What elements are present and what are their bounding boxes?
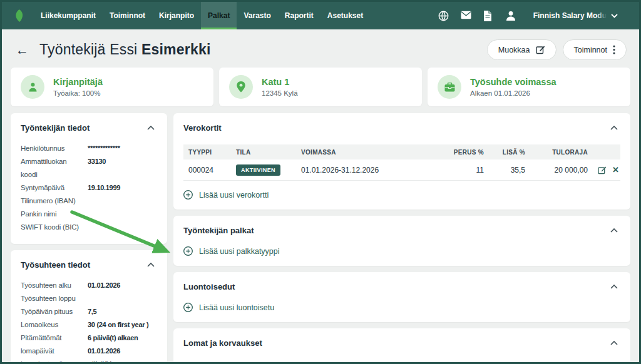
table-header-row: TYYPPI TILA VOIMASSA PERUS % LISÄ % TULO… [183, 144, 620, 159]
row-edit-icon[interactable] [598, 166, 607, 174]
table-row: 000024 AKTIIVINEN 01.01.2026-31.12.2026 … [183, 159, 620, 181]
info-row: Työsuhteen alku 01.01.2026 [21, 279, 157, 292]
info-label: Työsuhteen loppu [21, 292, 85, 305]
info-row: Syntymäpäivä 19.10.1999 [21, 181, 157, 195]
chevron-down-icon [611, 14, 618, 18]
tax-cards-section: Verokortit TYYPPI TILA VOIMASSA PERUS % … [173, 113, 630, 210]
tax-card-validity: 01.01.2026-31.12.2026 [301, 166, 439, 174]
location-pin-icon [229, 75, 253, 99]
info-label: SWIFT koodi (BIC) [21, 221, 85, 234]
actions-button[interactable]: Toiminnot [563, 39, 627, 60]
info-value: 7,5 [88, 305, 157, 318]
sidebar: Työntekijän tiedot Henkilötunnus *******… [11, 113, 167, 364]
collapse-chevron-up-icon[interactable] [608, 226, 620, 235]
summary-card-title: Työsuhde voimassa [470, 77, 556, 87]
holidays-section: Lomat ja korvaukset [173, 328, 630, 364]
column-header-tila: TILA [236, 149, 301, 156]
info-value: 01.01.2026 [88, 279, 157, 292]
collapse-chevron-up-icon[interactable] [145, 261, 157, 270]
tax-cards-title: Verokortit [183, 123, 222, 133]
info-row: Työpäivän pituus 7,5 [21, 305, 157, 318]
row-delete-icon[interactable]: ✕ [612, 166, 619, 174]
add-benefit-label: Lisää uusi luontoisetu [199, 303, 274, 312]
column-header-tuloraja: TULORAJA [525, 149, 588, 156]
status-badge: AKTIIVINEN [236, 164, 280, 176]
top-nav: Liikekumppanit Toiminnot Kirjanpito Palk… [2, 2, 639, 29]
collapse-chevron-up-icon[interactable] [608, 283, 620, 291]
info-value: 6 päivä(t) alkaen 01.01.2026 [88, 331, 157, 358]
nav-item-asetukset[interactable]: Asetukset [320, 2, 370, 29]
salary-section: Työntekijän palkat Lisää uusi palkkatyyp… [173, 216, 630, 266]
summary-card-role: Kirjanpitäjä Työaika: 100% [11, 68, 213, 106]
benefits-section-title: Luontoisedut [183, 282, 235, 291]
summary-card-title: Kirjanpitäjä [53, 77, 103, 87]
nav-menu: Liikekumppanit Toiminnot Kirjanpito Palk… [34, 2, 370, 29]
collapse-chevron-up-icon[interactable] [608, 339, 620, 348]
kebab-menu-icon [613, 45, 615, 54]
page-header: ← Työntekijä Essi Esimerkki Muokkaa Toim… [2, 29, 639, 67]
tax-card-extra-pct: 35,5 [484, 166, 525, 174]
document-icon[interactable] [483, 11, 494, 21]
summary-card-address: Katu 1 12345 Kylä [219, 68, 422, 106]
info-label: Ammattiluokan koodi [21, 155, 85, 181]
add-tax-card-label: Lisää uusi verokortti [199, 191, 269, 200]
tax-card-type: 000024 [183, 166, 236, 174]
column-header-tyyppi: TYYPPI [183, 149, 236, 156]
tax-card-status: AKTIIVINEN [236, 164, 301, 176]
collapse-chevron-up-icon[interactable] [145, 124, 157, 133]
page-title-prefix: Työntekijä Essi [39, 41, 141, 58]
info-row-clipped: Lomakertymä päivä/kk [21, 358, 157, 363]
info-value [88, 221, 157, 234]
nav-item-varasto[interactable]: Varasto [237, 2, 277, 29]
plus-circle-icon [183, 246, 193, 256]
nav-item-palkat-active[interactable]: Palkat [201, 2, 237, 29]
employee-info-title: Työntekijän tiedot [21, 123, 90, 133]
page-title-name: Esimerkki [141, 41, 211, 58]
summary-cards-row: Kirjanpitäjä Työaika: 100% Katu 1 12345 … [2, 68, 639, 106]
nav-item-liikekumppanit[interactable]: Liikekumppanit [34, 2, 103, 29]
info-value: ************* [88, 142, 157, 155]
back-arrow[interactable]: ← [16, 43, 29, 56]
add-salary-type-label: Lisää uusi palkkatyyppi [199, 247, 280, 256]
info-row: SWIFT koodi (BIC) [21, 221, 157, 234]
info-label: Henkilötunnus [21, 142, 85, 155]
nav-item-kirjanpito[interactable]: Kirjanpito [152, 2, 201, 29]
info-row: Työsuhteen loppu [21, 292, 157, 305]
plus-circle-icon [183, 190, 193, 200]
tax-cards-table: TYYPPI TILA VOIMASSA PERUS % LISÄ % TULO… [183, 144, 620, 181]
salary-section-title: Työntekijän palkat [183, 226, 254, 235]
globe-icon[interactable] [438, 11, 449, 21]
nav-item-raportit[interactable]: Raportit [278, 2, 320, 29]
info-row: Pitämättömät lomapäivät 6 päivä(t) alkae… [21, 331, 157, 358]
collapse-chevron-up-icon[interactable] [608, 124, 620, 133]
edit-button-label: Muokkaa [498, 46, 530, 54]
content-area: Työntekijän tiedot Henkilötunnus *******… [2, 106, 639, 364]
actions-button-label: Toiminnot [574, 46, 608, 54]
info-row: Pankin nimi [21, 208, 157, 221]
nav-item-toiminnot[interactable]: Toiminnot [103, 2, 152, 29]
holidays-section-title: Lomat ja korvaukset [183, 338, 262, 348]
employee-info-card: Työntekijän tiedot Henkilötunnus *******… [11, 113, 167, 244]
info-label: Lomakertymä [21, 358, 85, 363]
add-tax-card-link[interactable]: Lisää uusi verokortti [183, 190, 620, 200]
user-icon[interactable] [506, 11, 516, 21]
add-benefit-link[interactable]: Lisää uusi luontoisetu [183, 303, 620, 312]
add-salary-type-link[interactable]: Lisää uusi palkkatyyppi [183, 246, 620, 256]
summary-card-title: Katu 1 [262, 77, 298, 87]
edit-button[interactable]: Muokkaa [487, 39, 556, 60]
mail-icon[interactable] [461, 11, 471, 21]
info-label: Pankin nimi [21, 208, 85, 221]
info-row: Ammattiluokan koodi 33130 [21, 155, 157, 181]
info-value [88, 208, 157, 221]
briefcase-icon [438, 75, 461, 99]
app-leaf-logo[interactable] [13, 9, 25, 23]
info-value: 30 (24 on first year ) [88, 318, 157, 331]
account-dropdown[interactable]: Finnish Salary Modu [533, 11, 618, 20]
info-value [88, 292, 157, 305]
info-value [88, 195, 157, 208]
info-row: Henkilötunnus ************* [21, 142, 157, 155]
column-header-voimassa: VOIMASSA [301, 149, 439, 156]
info-value: 19.10.1999 [88, 181, 157, 195]
edit-pencil-icon [536, 45, 545, 54]
summary-card-subtitle: 12345 Kylä [262, 89, 298, 97]
